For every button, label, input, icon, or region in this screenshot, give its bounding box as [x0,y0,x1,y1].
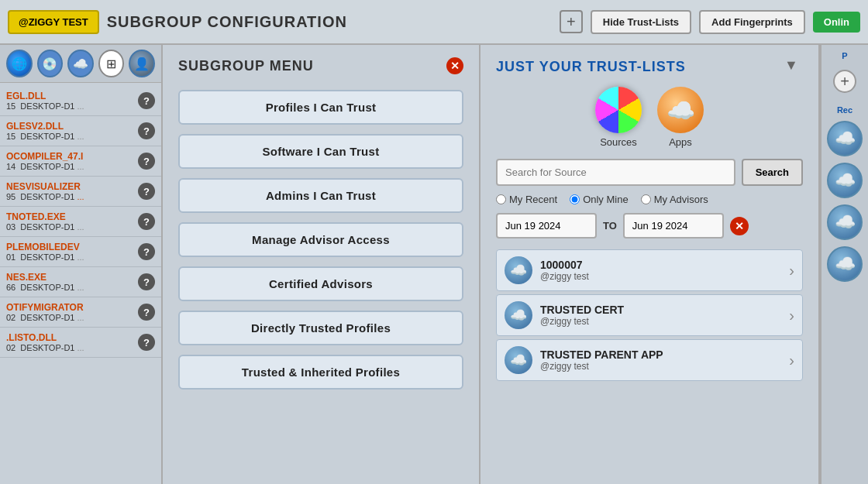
software-trust-button[interactable]: Software I Can Trust [178,134,463,169]
my-recent-radio[interactable]: My Recent [496,194,557,205]
left-sidebar: 🌐 💿 ☁️ ⊞ 👤 EGL.DLL 15 DESKTOP-D1 ... ? G… [0,45,163,484]
help-icon[interactable]: ? [138,183,155,200]
add-button[interactable]: + [560,10,583,33]
list-item[interactable]: TNOTED.EXE 03 DESKTOP-D1 ... ? [0,207,161,237]
trust-type-icons: Sources ☁️ Apps [496,87,803,148]
trust-item-2[interactable]: ☁️ TRUSTED CERT @ziggy test › [496,294,803,336]
trust-item-avatar: ☁️ [505,301,532,329]
trust-item-3[interactable]: ☁️ TRUSTED PARENT APP @ziggy test › [496,339,803,381]
close-icon: ✕ [450,60,460,72]
date-from-input[interactable] [496,213,597,239]
trust-item-1[interactable]: ☁️ 1000007 @ziggy test › [496,249,803,291]
icon-bar: 🌐 💿 ☁️ ⊞ 👤 [0,45,161,83]
profiles-trust-button[interactable]: Profiles I Can Trust [178,90,463,125]
help-icon[interactable]: ? [138,243,155,260]
search-input[interactable] [496,159,735,186]
list-item[interactable]: GLESV2.DLL 15 DESKTOP-D1 ... ? [0,116,161,146]
trust-item-avatar: ☁️ [505,256,532,284]
radio-filter-row: My Recent Only Mine My Advisors [496,194,803,205]
filter-icon[interactable]: ▼ [784,57,803,76]
close-panel-button[interactable]: ✕ [446,57,463,74]
rec-label: Rec [837,105,852,115]
page-title: SUBGROUP CONFIGURATION [107,13,552,31]
subgroup-menu-panel: SUBGROUP MENU ✕ Profiles I Can Trust Sof… [163,45,480,484]
file-list: EGL.DLL 15 DESKTOP-D1 ... ? GLESV2.DLL 1… [0,83,161,484]
trust-items-list: ☁️ 1000007 @ziggy test › ☁️ TRUSTED CERT… [496,249,803,472]
sources-icon-item[interactable]: Sources [595,87,642,148]
help-icon[interactable]: ? [138,213,155,230]
search-row: Search [496,159,803,186]
help-icon[interactable]: ? [138,153,155,170]
user-badge[interactable]: @ZIGGY TEST [8,10,99,34]
trust-item-user: @ziggy test [540,316,783,327]
apps-cloud-icon: ☁️ [666,97,695,124]
cloud-icon[interactable]: ☁️ [67,50,94,77]
main-content: 🌐 💿 ☁️ ⊞ 👤 EGL.DLL 15 DESKTOP-D1 ... ? G… [0,45,868,484]
help-icon[interactable]: ? [138,334,155,351]
far-right-panel: P + Rec ☁️ ☁️ ☁️ ☁️ [820,45,868,484]
list-item[interactable]: PLEMOBILEDEV 01 DESKTOP-D1 ... ? [0,237,161,267]
trusted-inherited-button[interactable]: Trusted & Inherited Profiles [178,355,463,390]
help-icon[interactable]: ? [138,122,155,139]
subgroup-menu-title: SUBGROUP MENU [178,58,314,74]
apps-icon-item[interactable]: ☁️ Apps [657,87,704,148]
manage-advisor-button[interactable]: Manage Advisor Access [178,222,463,257]
list-item[interactable]: OCOMPILER_47.I 14 DESKTOP-D1 ... ? [0,146,161,177]
clear-date-icon: ✕ [735,220,744,232]
online-button[interactable]: Onlin [813,12,860,33]
trust-item-title: TRUSTED CERT [540,304,783,316]
only-mine-radio[interactable]: Only Mine [570,194,629,205]
add-fingerprints-button[interactable]: Add Fingerprints [699,10,805,34]
list-item[interactable]: NESVISUALIZER 95 DESKTOP-D1 ... ? [0,177,161,207]
my-advisors-radio[interactable]: My Advisors [641,194,708,205]
apps-label: Apps [669,136,692,148]
help-icon[interactable]: ? [138,304,155,321]
sources-icon [595,87,642,133]
far-right-avatar-4[interactable]: ☁️ [827,246,863,282]
disk-icon[interactable]: 💿 [37,50,64,77]
list-item[interactable]: NES.EXE 66 DESKTOP-D1 ... ? [0,267,161,297]
chevron-right-icon: › [789,352,794,369]
hide-trust-button[interactable]: Hide Trust-Lists [591,10,691,34]
help-icon[interactable]: ? [138,273,155,290]
trust-lists-title: JUST YOUR TRUST-LISTS [496,59,686,75]
grid-icon[interactable]: ⊞ [98,50,125,77]
date-range-row: TO ✕ [496,213,803,239]
trust-item-id: 1000007 [540,259,783,271]
panel-header: SUBGROUP MENU ✕ [178,57,463,74]
certified-advisors-button[interactable]: Certified Advisors [178,266,463,301]
chevron-right-icon: › [789,262,794,280]
date-to-label: TO [603,220,617,232]
list-item[interactable]: .LISTO.DLL 02 DESKTOP-D1 ... ? [0,328,161,358]
far-right-avatar-3[interactable]: ☁️ [827,204,863,240]
list-item[interactable]: OTIFYMIGRATOR 02 DESKTOP-D1 ... ? [0,297,161,328]
search-button[interactable]: Search [742,159,803,186]
clear-date-button[interactable]: ✕ [730,217,749,235]
help-icon[interactable]: ? [138,92,155,109]
directly-trusted-button[interactable]: Directly Trusted Profiles [178,311,463,345]
chevron-right-icon: › [789,307,794,324]
trust-lists-panel: JUST YOUR TRUST-LISTS ▼ Sources ☁️ Apps … [480,45,820,484]
far-right-avatar-2[interactable]: ☁️ [827,163,863,198]
trust-lists-header: JUST YOUR TRUST-LISTS ▼ [496,57,803,76]
far-right-add-button[interactable]: + [833,70,856,93]
date-to-input[interactable] [623,213,724,239]
admins-trust-button[interactable]: Admins I Can Trust [178,178,463,213]
trust-item-user: @ziggy test [540,271,783,282]
profile-icon[interactable]: 👤 [129,50,155,77]
sources-label: Sources [600,136,637,148]
globe-icon[interactable]: 🌐 [6,50,33,77]
top-bar: @ZIGGY TEST SUBGROUP CONFIGURATION + Hid… [0,0,868,45]
trust-item-user: @ziggy test [540,361,783,372]
apps-icon: ☁️ [657,87,704,133]
far-right-avatar-1[interactable]: ☁️ [827,121,863,156]
trust-item-avatar: ☁️ [505,346,532,374]
p-label[interactable]: P [842,51,847,60]
trust-item-title: TRUSTED PARENT APP [540,348,783,361]
list-item[interactable]: EGL.DLL 15 DESKTOP-D1 ... ? [0,86,161,116]
